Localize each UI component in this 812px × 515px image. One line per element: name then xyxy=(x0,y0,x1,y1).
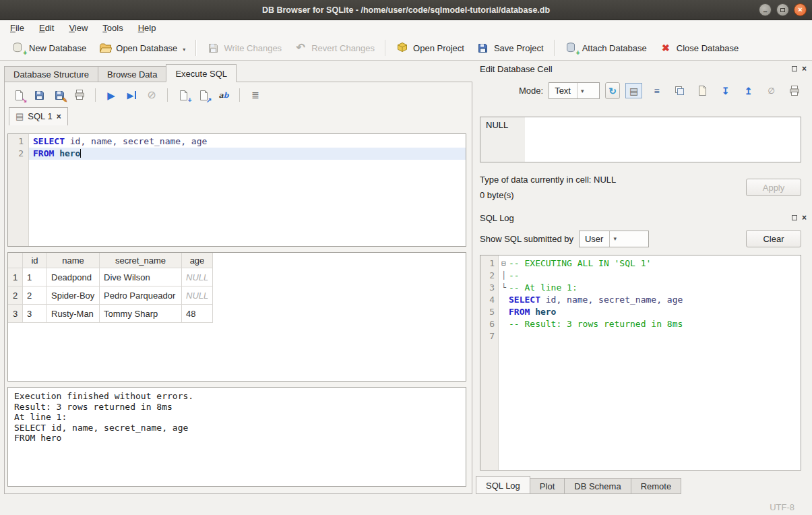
sql-log-view[interactable]: 1⊟-- EXECUTING ALL IN 'SQL 1'2│--3└-- At… xyxy=(480,255,801,471)
save-sql-as-icon[interactable]: ✎ xyxy=(51,87,68,103)
sql-tab-label: SQL 1 xyxy=(28,111,52,121)
results-table: idnamesecret_nameage11DeadpondDive Wilso… xyxy=(7,252,466,382)
close-database-icon: ✖ xyxy=(659,41,673,55)
format-sql-icon[interactable]: ≣ xyxy=(247,87,264,103)
cell[interactable]: Deadpond xyxy=(47,268,100,286)
log-line: 3└-- At line 1: xyxy=(480,282,801,294)
sql-log-title: SQL Log xyxy=(480,213,514,223)
cell[interactable]: 3 xyxy=(23,305,47,323)
edit-cell-header: Edit Database Cell × xyxy=(480,63,807,75)
close-panel-icon[interactable]: × xyxy=(802,214,807,222)
column-header-age[interactable]: age xyxy=(182,253,213,268)
cell[interactable]: 48 xyxy=(182,305,213,323)
maximize-button[interactable] xyxy=(776,3,789,16)
paste-icon[interactable] xyxy=(694,83,711,98)
cell[interactable]: 1 xyxy=(23,268,47,286)
import-text-button[interactable]: ↻ xyxy=(605,82,620,99)
float-panel-icon[interactable] xyxy=(792,66,797,71)
sql-token: FROM xyxy=(33,148,54,158)
new-database-button[interactable]: +New Database xyxy=(5,38,92,57)
cell[interactable]: Pedro Parqueador xyxy=(100,286,182,305)
open-file-new-tab-icon[interactable]: ↗ xyxy=(195,87,212,103)
print-icon[interactable] xyxy=(786,83,803,98)
menu-item-file[interactable]: File xyxy=(3,21,32,35)
column-header-secret-name[interactable]: secret_name xyxy=(100,253,182,268)
tab-browse-data[interactable]: Browse Data xyxy=(98,66,166,82)
bottom-tab-plot[interactable]: Plot xyxy=(530,478,565,494)
cell[interactable]: Spider-Boy xyxy=(47,286,100,305)
attach-database-button[interactable]: +Attach Database xyxy=(559,38,653,57)
find-replace-icon[interactable]: ab xyxy=(215,87,232,103)
tab-database-structure[interactable]: Database Structure xyxy=(4,66,98,82)
cell-editor-area[interactable] xyxy=(525,117,801,162)
cell[interactable]: NULL xyxy=(182,268,213,286)
sql-tabbar: ▤ SQL 1 × xyxy=(5,107,472,125)
dropdown-caret-icon[interactable]: ▾ xyxy=(183,47,185,53)
menu-item-edit[interactable]: Edit xyxy=(32,21,61,35)
cell[interactable]: NULL xyxy=(182,286,213,305)
export-icon[interactable]: ↥ xyxy=(740,83,757,98)
bottom-tabs: SQL LogPlotDB SchemaRemote xyxy=(476,476,681,494)
save-sql-file-icon[interactable] xyxy=(30,87,48,103)
row-number[interactable]: 3 xyxy=(8,305,23,323)
cell[interactable]: 2 xyxy=(23,286,47,305)
bottom-tab-db-schema[interactable]: DB Schema xyxy=(564,478,631,494)
fold-marker xyxy=(499,294,509,306)
import-icon[interactable]: ↧ xyxy=(717,83,734,98)
cell[interactable]: Tommy Sharp xyxy=(100,305,182,323)
sql-tab[interactable]: ▤ SQL 1 × xyxy=(9,107,68,125)
log-filter-row: Show SQL submitted by User ▾ Clear xyxy=(480,229,801,248)
sql-tab-close-icon[interactable]: × xyxy=(57,112,61,121)
open-database-button[interactable]: Open Database▾ xyxy=(92,38,191,57)
mode-label: Mode: xyxy=(519,86,543,96)
row-number[interactable]: 2 xyxy=(8,286,23,305)
open-new-tab-icon[interactable]: + xyxy=(175,87,192,103)
revert-changes-button: ↶Revert Changes xyxy=(288,38,381,57)
cell-editor[interactable]: NULL xyxy=(480,117,801,162)
chevron-down-icon: ▾ xyxy=(577,83,588,98)
menu-item-help[interactable]: Help xyxy=(131,21,164,35)
bottom-tab-remote[interactable]: Remote xyxy=(631,478,682,494)
close-button[interactable]: × xyxy=(794,3,807,16)
cell[interactable]: Rusty-Man xyxy=(47,305,100,323)
cell[interactable]: Dive Wilson xyxy=(100,268,182,286)
bottom-tab-sql-log[interactable]: SQL Log xyxy=(476,476,530,494)
copy-icon[interactable] xyxy=(671,83,688,98)
text-document-icon[interactable]: ▤ xyxy=(625,83,642,98)
titlebar[interactable]: DB Browser for SQLite - /home/user/code/… xyxy=(0,0,812,20)
word-wrap-icon[interactable]: ≡ xyxy=(648,83,665,98)
encoding-indicator: UTF-8 xyxy=(770,502,794,512)
main-tabs: Database StructureBrowse DataExecute SQL xyxy=(4,64,472,82)
sql-token: id, name, secret_name, age xyxy=(540,295,683,305)
column-header-name[interactable]: name xyxy=(47,253,100,268)
print-sql-icon[interactable] xyxy=(71,87,88,103)
write-changes-label: Write Changes xyxy=(224,43,282,53)
save-project-button[interactable]: Save Project xyxy=(470,38,550,57)
clear-button[interactable]: Clear xyxy=(746,230,801,247)
submitter-select[interactable]: User ▾ xyxy=(579,231,649,247)
line-number: 5 xyxy=(480,306,499,318)
close-panel-icon[interactable]: × xyxy=(802,65,807,73)
sql-editor[interactable]: 1SELECT id, name, secret_name, age2FROM … xyxy=(7,133,466,247)
mode-select[interactable]: Text ▾ xyxy=(549,82,600,99)
attach-database-label: Attach Database xyxy=(582,43,647,53)
tab-execute-sql[interactable]: Execute SQL xyxy=(166,64,237,82)
set-null-icon[interactable]: ∅ xyxy=(763,83,780,98)
row-number[interactable]: 1 xyxy=(8,268,23,286)
execute-current-line-icon[interactable]: ▶ xyxy=(123,87,140,103)
float-panel-icon[interactable] xyxy=(792,215,797,220)
editor-code: SELECT id, name, secret_name, age xyxy=(29,135,466,148)
close-database-button[interactable]: ✖Close Database xyxy=(653,38,745,57)
open-project-button[interactable]: Open Project xyxy=(389,38,470,57)
menu-item-view[interactable]: View xyxy=(61,21,95,35)
fold-marker[interactable]: ⊟ xyxy=(499,258,509,270)
app-window: DB Browser for SQLite - /home/user/code/… xyxy=(0,0,812,515)
open-sql-file-icon[interactable]: ↘ xyxy=(10,87,28,103)
execute-all-icon[interactable]: ▶ xyxy=(102,87,120,103)
cell-value: NULL xyxy=(480,117,525,162)
menu-item-tools[interactable]: Tools xyxy=(95,21,130,35)
minimize-button[interactable]: – xyxy=(759,3,772,16)
fold-marker: │ xyxy=(499,270,509,282)
column-header-id[interactable]: id xyxy=(23,253,47,268)
attach-database-icon: + xyxy=(565,41,578,55)
